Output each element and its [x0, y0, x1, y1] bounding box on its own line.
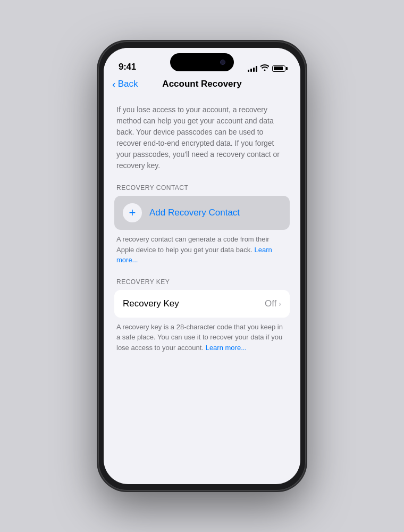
intro-text: If you lose access to your account, a re… — [114, 104, 290, 171]
add-contact-label: Add Recovery Contact — [149, 207, 240, 218]
recovery-key-section-label: RECOVERY KEY — [114, 278, 290, 286]
status-time: 9:41 — [119, 62, 136, 72]
plus-icon: + — [129, 207, 136, 219]
phone-screen: 9:41 — [104, 48, 300, 484]
recovery-contact-footer: A recovery contact can generate a code f… — [114, 234, 290, 265]
dynamic-island — [170, 53, 234, 71]
content-area: If you lose access to your account, a re… — [104, 96, 300, 476]
recovery-contact-section-label: RECOVERY CONTACT — [114, 184, 290, 192]
status-bar: 9:41 — [104, 48, 300, 77]
chevron-right-icon: › — [279, 300, 281, 308]
wifi-icon — [260, 64, 269, 72]
recovery-key-status: Off › — [265, 298, 281, 309]
phone-device: 9:41 — [98, 41, 306, 491]
add-icon-circle: + — [123, 203, 142, 222]
page-title: Account Recovery — [162, 79, 241, 89]
recovery-key-status-text: Off — [265, 298, 276, 309]
recovery-key-label: Recovery Key — [123, 298, 179, 309]
add-recovery-contact-button[interactable]: + Add Recovery Contact — [114, 196, 290, 230]
camera-indicator — [220, 60, 225, 65]
recovery-key-footer: A recovery key is a 28-character code th… — [114, 322, 290, 353]
status-icons — [248, 64, 285, 72]
back-chevron-icon: ‹ — [112, 79, 116, 89]
recovery-key-learn-more[interactable]: Learn more... — [206, 344, 247, 352]
recovery-key-row[interactable]: Recovery Key Off › — [114, 290, 290, 318]
battery-icon — [272, 65, 285, 72]
back-button[interactable]: ‹ Back — [112, 79, 138, 89]
recovery-key-card: Recovery Key Off › — [114, 290, 290, 318]
battery-fill — [274, 66, 283, 70]
signal-icon — [248, 65, 257, 72]
nav-bar: ‹ Back Account Recovery — [104, 77, 300, 96]
back-label: Back — [118, 79, 138, 89]
